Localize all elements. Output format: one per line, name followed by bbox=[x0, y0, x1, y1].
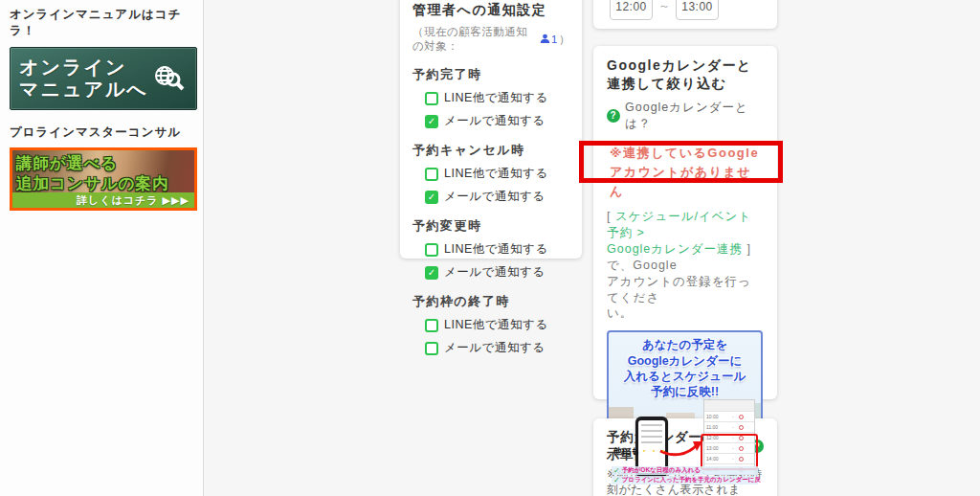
notify-group-booking-complete: 予約完了時 ✓ LINE他で通知する ✓ メールで通知する bbox=[412, 66, 570, 129]
google-calendar-link[interactable]: Googleカレンダー連携 bbox=[607, 242, 743, 256]
time-range-card: 12:00 ～ 13:00 bbox=[593, 0, 777, 29]
google-calendar-help-link[interactable]: ? Googleカレンダーとは？ bbox=[607, 100, 764, 132]
consul-banner-cta: 詳しくはコチラ ▶▶▶ bbox=[12, 192, 194, 208]
notify-group-booking-change: 予約変更時 ✓ LINE他で通知する ✓ メールで通知する bbox=[412, 217, 570, 281]
checkbox-line-icon[interactable]: ✓ bbox=[425, 92, 438, 105]
end-time-input[interactable]: 13:00 bbox=[676, 0, 719, 20]
start-time-input[interactable]: 12:00 bbox=[610, 0, 653, 20]
checkbox-row[interactable]: ✓ メールで通知する bbox=[425, 264, 570, 281]
checkbox-row[interactable]: ✓ メールで通知する bbox=[425, 113, 570, 129]
panel-title: 管理者への通知設定 bbox=[412, 2, 570, 19]
promo-title: あなたの予定を Googleカレンダーに 入れるとスケジュール 予約に反映!! bbox=[609, 332, 761, 399]
page: オンラインマニュアルはコチラ！ オンライン マニュアルへ プロラインマスターコン… bbox=[0, 0, 980, 496]
checkbox-line-icon[interactable]: ✓ bbox=[425, 319, 438, 332]
checkbox-mail-icon[interactable]: ✓ bbox=[425, 342, 438, 355]
check-icon: ✓ bbox=[613, 466, 620, 475]
checkbox-mail-icon[interactable]: ✓ bbox=[425, 191, 438, 204]
checkbox-row[interactable]: ✓ メールで通知する bbox=[425, 189, 570, 205]
consul-label: プロラインマスターコンサル bbox=[10, 124, 203, 141]
promo-other-label: 他にも・・・ bbox=[613, 445, 668, 458]
notify-group-booking-cancel: 予約キャンセル時 ✓ LINE他で通知する ✓ メールで通知する bbox=[412, 142, 570, 205]
person-icon bbox=[540, 34, 551, 46]
sidebar: オンラインマニュアルはコチラ！ オンライン マニュアルへ プロラインマスターコン… bbox=[0, 0, 204, 496]
schedule-event-link[interactable]: スケジュール/イベント予約 > bbox=[607, 210, 751, 239]
time-range-separator: ～ bbox=[658, 0, 670, 14]
link-instruction-text: [ スケジュール/イベント予約 > Googleカレンダー連携 ]で、Googl… bbox=[607, 209, 764, 322]
consul-banner-text: 講師が選べる 追加コンサルの案内 bbox=[16, 153, 168, 192]
question-icon: ? bbox=[607, 109, 620, 123]
notification-target-note: （現在の顧客活動通知の対象： 1 ） bbox=[412, 25, 570, 54]
google-calendar-card: Googleカレンダーと連携して絞り込む ? Googleカレンダーとは？ ※連… bbox=[593, 46, 777, 399]
check-icon: ✓ bbox=[613, 476, 620, 485]
google-card-title: Googleカレンダーと連携して絞り込む bbox=[607, 56, 764, 93]
target-count: 1 bbox=[540, 34, 558, 46]
checkbox-row[interactable]: ✓ LINE他で通知する bbox=[425, 317, 570, 333]
checkbox-mail-icon[interactable]: ✓ bbox=[425, 266, 438, 280]
checkbox-mail-icon[interactable]: ✓ bbox=[425, 115, 438, 128]
online-manual-banner-text: オンライン マニュアルへ bbox=[19, 56, 148, 101]
checkbox-row[interactable]: ✓ メールで通知する bbox=[425, 340, 570, 356]
checkbox-line-icon[interactable]: ✓ bbox=[425, 168, 438, 181]
admin-notification-panel: 管理者への通知設定 （現在の顧客活動通知の対象： 1 ） 予約完了時 ✓ LIN… bbox=[400, 0, 582, 259]
google-calendar-promo-image[interactable]: あなたの予定を Googleカレンダーに 入れるとスケジュール 予約に反映!! … bbox=[607, 330, 763, 488]
globe-search-icon bbox=[148, 58, 187, 99]
online-manual-label: オンラインマニュアルはコチラ！ bbox=[10, 7, 203, 39]
promo-bullets: ✓ 予約がOKな日程のみ入れる ✓ プロラインに入った予約を手元のカレンダーに反… bbox=[612, 465, 758, 485]
consul-banner[interactable]: 講師が選べる 追加コンサルの案内 詳しくはコチラ ▶▶▶ bbox=[10, 147, 197, 211]
annotation-highlight-box bbox=[579, 141, 783, 183]
obscured-line: アカウントの登録を行ってくださ bbox=[607, 275, 751, 304]
checkbox-row[interactable]: ✓ LINE他で通知する bbox=[425, 241, 570, 258]
online-manual-banner[interactable]: オンライン マニュアルへ bbox=[10, 47, 197, 110]
checkbox-row[interactable]: ✓ LINE他で通知する bbox=[425, 90, 570, 106]
notify-group-slot-end: 予約枠の終了時 ✓ LINE他で通知する ✓ メールで通知する bbox=[412, 293, 570, 356]
checkbox-row[interactable]: ✓ LINE他で通知する bbox=[425, 166, 570, 182]
checkbox-line-icon[interactable]: ✓ bbox=[425, 243, 438, 257]
